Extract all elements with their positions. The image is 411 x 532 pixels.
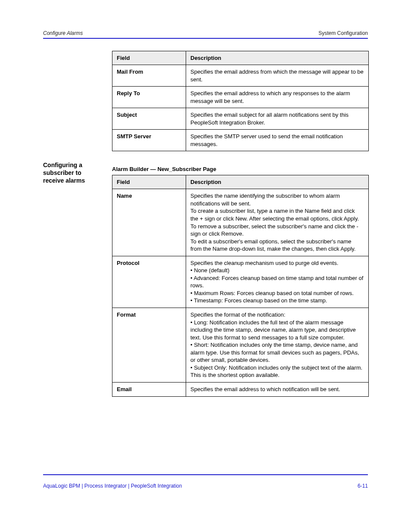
table-alarm-fields: Field Description Mail FromSpecifies the… — [112, 51, 369, 151]
table2-field: Protocol — [112, 256, 186, 308]
table1-field: SMTP Server — [112, 130, 186, 151]
table-subscriber-fields: Field Description NameSpecifies the name… — [112, 175, 369, 396]
table-row: NameSpecifies the name identifying the s… — [112, 189, 369, 256]
table1-header-field: Field — [112, 51, 186, 65]
table-row: FormatSpecifies the format of the notifi… — [112, 308, 369, 383]
table2-field: Name — [112, 189, 186, 256]
table1-desc: Specifies the email address to which any… — [186, 87, 369, 108]
table1-field: Reply To — [112, 87, 186, 108]
table-row: Mail FromSpecifies the email address fro… — [112, 65, 369, 87]
table2-desc: Specifies the name identifying the subsc… — [186, 189, 369, 256]
table1-desc: Specifies the SMTP server used to send t… — [186, 130, 369, 151]
header-rule — [43, 38, 368, 39]
table2-desc: Specifies the format of the notification… — [186, 308, 369, 383]
table1-desc: Specifies the email address from which t… — [186, 65, 369, 87]
table1-field: Mail From — [112, 65, 186, 87]
table1-header-desc: Description — [186, 51, 369, 65]
table1-desc: Specifies the email subject for all alar… — [186, 108, 369, 130]
footer-right: 6-11 — [358, 483, 368, 489]
table2-header-desc: Description — [186, 175, 369, 189]
footer-rule — [43, 474, 368, 475]
table-row: SubjectSpecifies the email subject for a… — [112, 108, 369, 130]
table1-field: Subject — [112, 108, 186, 130]
header-left: Configure Alarms — [43, 30, 83, 36]
table-row: SMTP ServerSpecifies the SMTP server use… — [112, 130, 369, 151]
table2-header-field: Field — [112, 175, 186, 189]
table-row: Reply ToSpecifies the email address to w… — [112, 87, 369, 108]
table2-desc: Specifies the cleanup mechanism used to … — [186, 256, 369, 308]
header-right: System Configuration — [318, 30, 368, 36]
footer-left: AquaLogic BPM | Process Integrator | Peo… — [43, 483, 182, 489]
table2-field: Format — [112, 308, 186, 383]
table-row: ProtocolSpecifies the cleanup mechanism … — [112, 256, 369, 308]
table2-field: Email — [112, 382, 186, 396]
table2-caption: Alarm Builder — New_Subscriber Page — [112, 166, 368, 172]
table-row: EmailSpecifies the email address to whic… — [112, 382, 369, 396]
table2-desc: Specifies the email address to which not… — [186, 382, 369, 396]
left-note: Configuring a subscriber to receive alar… — [43, 161, 103, 185]
